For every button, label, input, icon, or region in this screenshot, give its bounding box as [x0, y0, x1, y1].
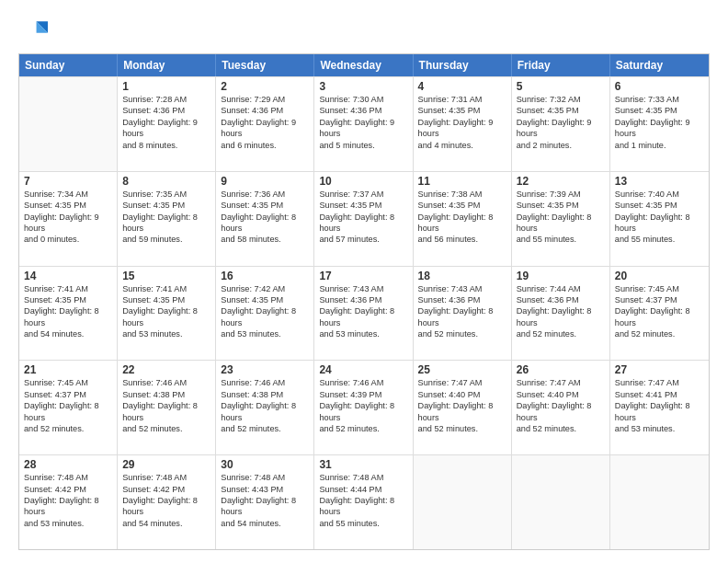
day-number: 12	[517, 175, 605, 188]
sunset-text: Sunset: 4:35 PM	[122, 294, 210, 305]
daylight-text: Daylight: Daylight: 8 hours	[24, 495, 112, 518]
daylight-minutes-text: and 6 minutes.	[221, 140, 309, 151]
sunset-text: Sunset: 4:40 PM	[418, 389, 506, 400]
calendar: SundayMondayTuesdayWednesdayThursdayFrid…	[18, 53, 710, 550]
calendar-row-2: 14Sunrise: 7:41 AMSunset: 4:35 PMDayligh…	[19, 266, 709, 361]
day-number: 1	[122, 80, 210, 93]
daylight-minutes-text: and 55 minutes.	[615, 234, 704, 245]
calendar-cell: 18Sunrise: 7:43 AMSunset: 4:36 PMDayligh…	[414, 267, 512, 361]
sunset-text: Sunset: 4:43 PM	[221, 484, 309, 495]
header-day-thursday: Thursday	[414, 54, 512, 76]
daylight-minutes-text: and 54 minutes.	[221, 518, 309, 529]
sunrise-text: Sunrise: 7:45 AM	[615, 283, 704, 294]
daylight-minutes-text: and 53 minutes.	[615, 423, 704, 434]
sunrise-text: Sunrise: 7:45 AM	[24, 377, 112, 388]
day-number: 15	[122, 270, 210, 282]
sunset-text: Sunset: 4:36 PM	[319, 105, 407, 116]
daylight-text: Daylight: Daylight: 8 hours	[24, 305, 112, 328]
sunrise-text: Sunrise: 7:34 AM	[24, 189, 112, 200]
sunrise-text: Sunrise: 7:46 AM	[122, 377, 210, 388]
daylight-minutes-text: and 5 minutes.	[319, 140, 407, 151]
sunset-text: Sunset: 4:35 PM	[418, 200, 506, 211]
sunset-text: Sunset: 4:35 PM	[122, 200, 210, 211]
daylight-text: Daylight: Daylight: 8 hours	[418, 400, 506, 423]
daylight-minutes-text: and 8 minutes.	[122, 140, 210, 151]
daylight-text: Daylight: Daylight: 8 hours	[517, 400, 605, 423]
sunset-text: Sunset: 4:42 PM	[24, 484, 112, 495]
daylight-minutes-text: and 0 minutes.	[24, 234, 112, 245]
daylight-minutes-text: and 4 minutes.	[418, 140, 506, 151]
daylight-minutes-text: and 52 minutes.	[418, 328, 506, 339]
sunrise-text: Sunrise: 7:46 AM	[221, 377, 309, 388]
sunrise-text: Sunrise: 7:47 AM	[418, 377, 506, 388]
daylight-minutes-text: and 53 minutes.	[221, 328, 309, 339]
sunrise-text: Sunrise: 7:44 AM	[517, 283, 605, 294]
daylight-text: Daylight: Daylight: 9 hours	[221, 117, 309, 140]
page: SundayMondayTuesdayWednesdayThursdayFrid…	[0, 0, 728, 563]
calendar-cell: 29Sunrise: 7:48 AMSunset: 4:42 PMDayligh…	[118, 455, 216, 549]
day-number: 8	[122, 175, 210, 188]
calendar-cell	[414, 455, 512, 549]
sunrise-text: Sunrise: 7:48 AM	[221, 472, 309, 483]
daylight-text: Daylight: Daylight: 8 hours	[615, 305, 704, 328]
calendar-cell: 30Sunrise: 7:48 AMSunset: 4:43 PMDayligh…	[216, 455, 314, 549]
daylight-minutes-text: and 55 minutes.	[319, 518, 407, 529]
daylight-minutes-text: and 52 minutes.	[517, 423, 605, 434]
calendar-cell: 10Sunrise: 7:37 AMSunset: 4:35 PMDayligh…	[314, 172, 413, 266]
day-number: 26	[517, 363, 605, 376]
sunrise-text: Sunrise: 7:42 AM	[221, 283, 309, 294]
sunset-text: Sunset: 4:36 PM	[221, 105, 309, 116]
daylight-minutes-text: and 54 minutes.	[122, 518, 210, 529]
sunset-text: Sunset: 4:41 PM	[615, 389, 704, 400]
daylight-text: Daylight: Daylight: 8 hours	[122, 212, 210, 235]
day-number: 29	[122, 458, 210, 471]
day-number: 27	[615, 363, 704, 376]
daylight-minutes-text: and 52 minutes.	[517, 328, 605, 339]
day-number: 13	[615, 175, 704, 188]
sunset-text: Sunset: 4:36 PM	[418, 294, 506, 305]
calendar-cell: 7Sunrise: 7:34 AMSunset: 4:35 PMDaylight…	[19, 172, 118, 266]
daylight-text: Daylight: Daylight: 8 hours	[122, 305, 210, 328]
sunrise-text: Sunrise: 7:39 AM	[517, 189, 605, 200]
calendar-cell: 24Sunrise: 7:46 AMSunset: 4:39 PMDayligh…	[314, 361, 413, 454]
daylight-minutes-text: and 52 minutes.	[615, 328, 704, 339]
day-number: 20	[615, 270, 704, 282]
calendar-row-1: 7Sunrise: 7:34 AMSunset: 4:35 PMDaylight…	[19, 171, 709, 266]
logo-icon	[18, 17, 48, 46]
daylight-minutes-text: and 53 minutes.	[319, 328, 407, 339]
daylight-text: Daylight: Daylight: 8 hours	[517, 212, 605, 235]
day-number: 10	[319, 175, 407, 188]
daylight-text: Daylight: Daylight: 8 hours	[319, 495, 407, 518]
calendar-cell: 19Sunrise: 7:44 AMSunset: 4:36 PMDayligh…	[512, 267, 610, 361]
calendar-cell: 8Sunrise: 7:35 AMSunset: 4:35 PMDaylight…	[118, 172, 216, 266]
calendar-header: SundayMondayTuesdayWednesdayThursdayFrid…	[19, 54, 709, 76]
day-number: 31	[319, 458, 407, 471]
sunrise-text: Sunrise: 7:48 AM	[24, 472, 112, 483]
calendar-cell: 28Sunrise: 7:48 AMSunset: 4:42 PMDayligh…	[19, 455, 118, 549]
header-day-monday: Monday	[118, 54, 216, 76]
day-number: 24	[319, 363, 407, 376]
daylight-text: Daylight: Daylight: 9 hours	[517, 117, 605, 140]
sunset-text: Sunset: 4:38 PM	[122, 389, 210, 400]
sunset-text: Sunset: 4:36 PM	[319, 294, 407, 305]
sunrise-text: Sunrise: 7:33 AM	[615, 94, 704, 105]
sunset-text: Sunset: 4:36 PM	[517, 294, 605, 305]
calendar-cell	[19, 77, 118, 171]
header-day-saturday: Saturday	[610, 54, 709, 76]
daylight-minutes-text: and 52 minutes.	[24, 423, 112, 434]
sunset-text: Sunset: 4:35 PM	[319, 200, 407, 211]
daylight-text: Daylight: Daylight: 8 hours	[418, 305, 506, 328]
daylight-text: Daylight: Daylight: 9 hours	[615, 117, 704, 140]
calendar-cell: 17Sunrise: 7:43 AMSunset: 4:36 PMDayligh…	[314, 267, 413, 361]
sunrise-text: Sunrise: 7:29 AM	[221, 94, 309, 105]
sunset-text: Sunset: 4:35 PM	[221, 200, 309, 211]
daylight-text: Daylight: Daylight: 8 hours	[221, 400, 309, 423]
day-number: 9	[221, 175, 309, 188]
header-day-tuesday: Tuesday	[216, 54, 314, 76]
sunrise-text: Sunrise: 7:41 AM	[24, 283, 112, 294]
daylight-text: Daylight: Daylight: 9 hours	[418, 117, 506, 140]
day-number: 5	[517, 80, 605, 93]
calendar-cell: 11Sunrise: 7:38 AMSunset: 4:35 PMDayligh…	[414, 172, 512, 266]
sunset-text: Sunset: 4:40 PM	[517, 389, 605, 400]
sunrise-text: Sunrise: 7:47 AM	[517, 377, 605, 388]
